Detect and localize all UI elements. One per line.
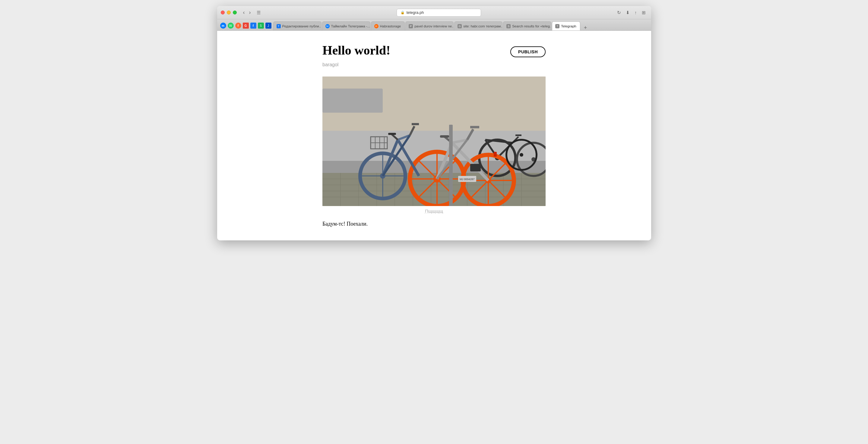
gmail-favicon[interactable]: G <box>243 23 249 29</box>
tab-1-label: Редактирование публи... <box>282 24 321 28</box>
sidebar-toggle[interactable]: ☰ <box>255 9 262 16</box>
tab-1[interactable]: T Редактирование публи... <box>273 22 321 30</box>
tab-4-favicon: P <box>409 24 413 28</box>
page-content: Hello world! baragol PUBLISH <box>217 31 651 240</box>
titlebar: ‹ › ☰ 🔒 telegra.ph ↻ ⬇ ↑ ⊞ <box>217 6 651 19</box>
tab-view-button[interactable]: ⊞ <box>640 9 648 16</box>
reload-button[interactable]: ↻ <box>615 9 623 16</box>
image-caption[interactable]: Пщщщщ <box>322 208 546 213</box>
tab-6[interactable]: S Search results for «teleg... <box>503 22 551 30</box>
tab-3[interactable]: H Habrastorage <box>371 22 405 30</box>
tab-7-label: Telegraph <box>561 24 576 28</box>
share-button[interactable]: ↑ <box>633 9 639 16</box>
tab-5[interactable]: G site: habr.com телеграм... <box>454 22 502 30</box>
back-button[interactable]: ‹ <box>242 9 246 16</box>
whatsapp-favicon[interactable]: W <box>228 23 234 29</box>
tab-1-favicon: T <box>277 24 281 28</box>
svg-text:MJ 0004287: MJ 0004287 <box>460 178 475 181</box>
article-header-row: Hello world! baragol PUBLISH <box>322 43 546 73</box>
feedly-favicon[interactable]: f <box>235 23 241 29</box>
tab-3-favicon: H <box>374 24 378 28</box>
tab-4-label: pavel durov interview ne... <box>414 24 454 28</box>
publish-button[interactable]: PUBLISH <box>510 46 546 57</box>
forward-button[interactable]: › <box>248 9 252 16</box>
maximize-button[interactable] <box>233 10 237 14</box>
article-body: Бадум-тс! Поехали. <box>322 219 546 228</box>
article-body-text: Бадум-тс! Поехали. <box>322 221 368 227</box>
article-title-section: Hello world! baragol <box>322 43 510 73</box>
spotify-favicon[interactable]: S <box>258 23 264 29</box>
add-tab-button[interactable]: + <box>582 25 589 30</box>
address-bar: 🔒 telegra.ph <box>269 9 610 16</box>
lock-icon: 🔒 <box>401 10 405 14</box>
url-text: telegra.ph <box>407 10 424 15</box>
tab-6-favicon: S <box>506 24 510 28</box>
tab-2-label: Таймлайн Телеграма -... <box>331 24 370 28</box>
fb-favicon[interactable]: f <box>250 23 256 29</box>
traffic-lights <box>221 10 237 14</box>
jira-favicon[interactable]: J <box>266 23 272 29</box>
article-title: Hello world! <box>322 43 510 58</box>
tab-7-favicon: T <box>555 24 559 28</box>
publish-section: PUBLISH <box>510 43 546 57</box>
messenger-favicon[interactable]: m <box>220 23 226 29</box>
url-input-wrapper[interactable]: 🔒 telegra.ph <box>397 9 481 16</box>
svg-rect-70 <box>494 152 497 157</box>
svg-rect-68 <box>388 133 396 135</box>
svg-rect-48 <box>440 135 449 138</box>
svg-rect-19 <box>322 89 383 113</box>
tab-5-favicon: G <box>458 24 462 28</box>
article-author: baragol <box>322 62 510 67</box>
minimize-button[interactable] <box>227 10 231 14</box>
tab-2-favicon: M <box>326 24 330 28</box>
article-image: MJ 0004287 <box>322 76 546 206</box>
tab-3-label: Habrastorage <box>380 24 401 28</box>
tab-7[interactable]: T Telegraph <box>552 22 580 30</box>
download-button[interactable]: ⬇ <box>624 9 631 16</box>
tab-5-label: site: habr.com телеграм... <box>463 24 502 28</box>
browser-window: ‹ › ☰ 🔒 telegra.ph ↻ ⬇ ↑ ⊞ m W <box>217 6 651 240</box>
article: Hello world! baragol PUBLISH <box>322 43 546 228</box>
titlebar-actions: ↻ ⬇ ↑ ⊞ <box>615 9 648 16</box>
svg-rect-69 <box>449 125 453 206</box>
nav-buttons: ‹ › <box>242 9 252 16</box>
svg-point-72 <box>520 153 523 157</box>
svg-rect-49 <box>470 164 481 171</box>
tab-6-label: Search results for «teleg... <box>512 24 551 28</box>
tab-4[interactable]: P pavel durov interview ne... <box>405 22 454 30</box>
bicycle-scene-svg: MJ 0004287 <box>322 76 546 206</box>
article-image-wrap: MJ 0004287 <box>322 76 546 213</box>
tabsbar: m W f G f S J T Редактирование пу <box>217 19 651 31</box>
tab-2[interactable]: M Таймлайн Телеграма -... <box>322 22 370 30</box>
close-button[interactable] <box>221 10 225 14</box>
